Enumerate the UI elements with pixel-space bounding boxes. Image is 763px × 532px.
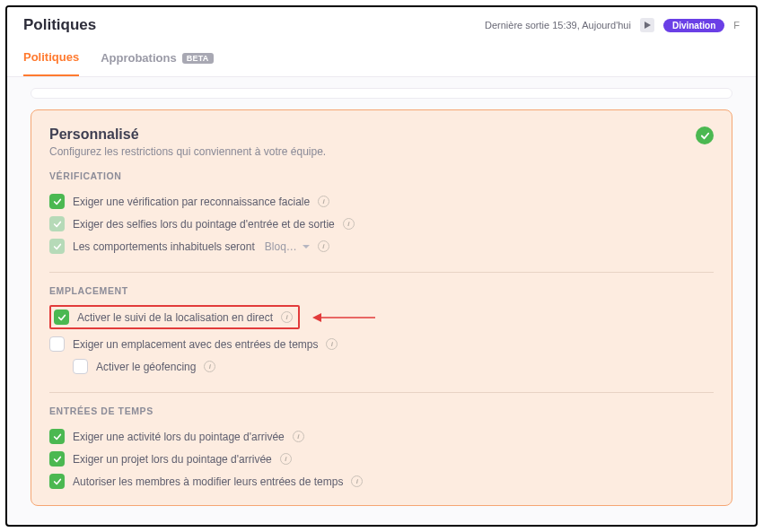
divider (49, 392, 714, 393)
last-exit-text: Dernière sortie 15:39, Aujourd'hui (485, 20, 631, 31)
trailing-letter: F (733, 20, 740, 31)
info-icon[interactable] (318, 196, 329, 207)
info-icon[interactable] (326, 338, 338, 350)
arrow-annotation (312, 310, 375, 325)
section-location: EMPLACEMENT Activer le suivi de la local… (49, 285, 714, 378)
section-verification: VÉRIFICATION Exiger une vérification par… (49, 170, 714, 257)
info-icon[interactable] (204, 361, 215, 372)
beta-badge: BETA (182, 53, 214, 64)
previous-card-edge (31, 88, 732, 99)
opt-require-project-label: Exiger un projet lors du pointage d'arri… (73, 453, 272, 466)
svg-marker-0 (645, 22, 651, 29)
section-time-heading: ENTRÉES DE TEMPS (49, 406, 714, 416)
opt-geofencing: Activer le géofencing (49, 355, 714, 378)
opt-require-activity: Exiger une activité lors du pointage d'a… (49, 425, 714, 448)
checkbox-geofencing[interactable] (73, 359, 88, 374)
divider (49, 272, 714, 273)
checkbox-require-location[interactable] (49, 336, 65, 352)
opt-allow-edit-label: Autoriser les membres à modifier leurs e… (73, 475, 343, 488)
header-right: Dernière sortie 15:39, Aujourd'hui Divin… (485, 18, 740, 32)
page-title: Politiques (23, 16, 96, 34)
checkbox-face-recognition[interactable] (49, 194, 65, 209)
section-location-heading: EMPLACEMENT (49, 285, 714, 296)
info-icon[interactable] (281, 311, 293, 323)
checkbox-allow-edit[interactable] (49, 474, 65, 489)
chevron-down-icon (303, 245, 310, 249)
section-time-entries: ENTRÉES DE TEMPS Exiger une activité lor… (49, 406, 714, 493)
page-header: Politiques Dernière sortie 15:39, Aujour… (7, 7, 756, 39)
info-icon[interactable] (318, 240, 329, 252)
tab-approvals-label: Approbations (101, 51, 177, 65)
selected-check-icon (696, 126, 714, 144)
info-icon[interactable] (293, 431, 304, 442)
tabs: Politiques Approbations BETA (7, 39, 756, 77)
card-title: Personnalisé (49, 126, 326, 143)
custom-policy-card: Personnalisé Configurez les restrictions… (31, 109, 732, 506)
highlight-annotation: Activer le suivi de la localisation en d… (49, 305, 300, 329)
opt-unusual-behavior-label: Les comportements inhabituels seront (73, 240, 255, 253)
card-subtitle: Configurez les restrictions qui convienn… (49, 145, 326, 158)
opt-live-location-label: Activer le suivi de la localisation en d… (77, 311, 273, 324)
checkbox-selfies[interactable] (49, 216, 65, 231)
tab-approvals[interactable]: Approbations BETA (101, 50, 214, 76)
info-icon[interactable] (343, 218, 355, 230)
opt-selfies-label: Exiger des selfies lors du pointage d'en… (73, 218, 335, 231)
opt-face-recognition: Exiger une vérification par reconnaissan… (49, 190, 714, 213)
checkbox-unusual-behavior[interactable] (49, 239, 65, 254)
opt-require-project: Exiger un projet lors du pointage d'arri… (49, 448, 714, 470)
opt-unusual-behavior: Les comportements inhabituels seront Blo… (49, 235, 714, 257)
play-icon[interactable] (640, 18, 654, 32)
svg-marker-2 (312, 313, 321, 322)
info-icon[interactable] (280, 453, 292, 465)
section-verification-heading: VÉRIFICATION (49, 170, 714, 181)
checkbox-live-location[interactable] (54, 310, 69, 325)
opt-require-location: Exiger un emplacement avec des entrées d… (49, 333, 714, 355)
unusual-behavior-dropdown[interactable]: Bloq… (265, 240, 310, 253)
checkbox-require-project[interactable] (49, 451, 65, 467)
checkbox-require-activity[interactable] (49, 429, 65, 444)
divination-pill[interactable]: Divination (663, 19, 724, 32)
info-icon[interactable] (351, 475, 363, 487)
opt-require-activity-label: Exiger une activité lors du pointage d'a… (73, 431, 285, 443)
opt-allow-edit: Autoriser les membres à modifier leurs e… (49, 470, 714, 493)
content: Personnalisé Configurez les restrictions… (7, 77, 756, 522)
tab-policies[interactable]: Politiques (23, 50, 79, 76)
opt-face-recognition-label: Exiger une vérification par reconnaissan… (73, 196, 310, 208)
opt-require-location-label: Exiger un emplacement avec des entrées d… (73, 338, 318, 351)
opt-selfies: Exiger des selfies lors du pointage d'en… (49, 213, 714, 235)
opt-geofencing-label: Activer le géofencing (96, 361, 196, 373)
tab-policies-label: Politiques (23, 50, 79, 64)
unusual-behavior-value: Bloq… (265, 240, 297, 253)
